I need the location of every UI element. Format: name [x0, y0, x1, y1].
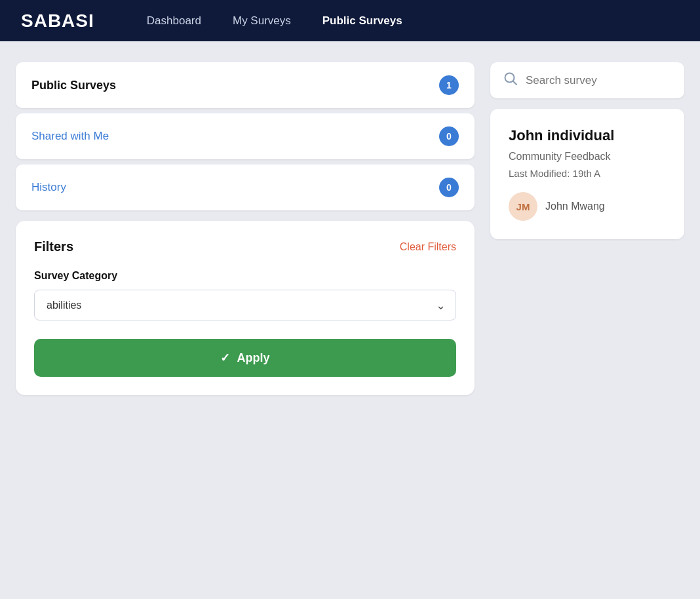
shared-count: 0 [439, 126, 459, 146]
survey-card[interactable]: John individual Community Feedback Last … [490, 109, 684, 239]
nav-my-surveys[interactable]: My Surveys [233, 14, 291, 28]
left-panel: Public Surveys 1 Shared with Me 0 Histor… [16, 62, 475, 578]
nav-dashboard[interactable]: Dashboard [147, 14, 201, 28]
survey-type-shared[interactable]: Shared with Me 0 [16, 113, 475, 159]
search-icon [503, 71, 518, 89]
history-label: History [31, 181, 66, 194]
right-panel: John individual Community Feedback Last … [490, 62, 684, 578]
category-select[interactable]: abilities community health education fee… [34, 290, 456, 320]
survey-card-title: John individual [509, 127, 666, 144]
apply-button[interactable]: ✓ Apply [34, 339, 456, 377]
nav: Dashboard My Surveys Public Surveys [147, 14, 402, 28]
survey-type-public[interactable]: Public Surveys 1 [16, 62, 475, 108]
main-content: Public Surveys 1 Shared with Me 0 Histor… [0, 41, 700, 599]
user-name: John Mwang [545, 201, 605, 212]
survey-type-list: Public Surveys 1 Shared with Me 0 Histor… [16, 62, 475, 210]
apply-checkmark: ✓ [220, 351, 230, 365]
category-label: Survey Category [34, 270, 456, 282]
logo: SABASI [21, 10, 94, 31]
clear-filters-button[interactable]: Clear Filters [400, 241, 456, 253]
survey-card-date: Last Modified: 19th A [509, 168, 666, 179]
survey-card-category: Community Feedback [509, 151, 666, 163]
survey-card-user: JM John Mwang [509, 192, 666, 221]
avatar: JM [509, 192, 537, 221]
history-count: 0 [439, 178, 459, 197]
category-select-wrapper: abilities community health education fee… [34, 290, 456, 320]
shared-label: Shared with Me [31, 130, 109, 143]
survey-type-history[interactable]: History 0 [16, 164, 475, 210]
filters-title: Filters [34, 239, 73, 254]
search-bar [490, 62, 684, 98]
filters-box: Filters Clear Filters Survey Category ab… [16, 221, 475, 395]
nav-public-surveys[interactable]: Public Surveys [322, 14, 402, 28]
header: SABASI Dashboard My Surveys Public Surve… [0, 0, 700, 41]
svg-line-1 [513, 81, 516, 85]
public-surveys-label: Public Surveys [31, 79, 116, 92]
apply-label: Apply [237, 351, 269, 365]
filters-header: Filters Clear Filters [34, 239, 456, 254]
public-surveys-count: 1 [439, 75, 459, 95]
logo-text: SABASI [21, 10, 94, 31]
search-input[interactable] [526, 74, 671, 87]
